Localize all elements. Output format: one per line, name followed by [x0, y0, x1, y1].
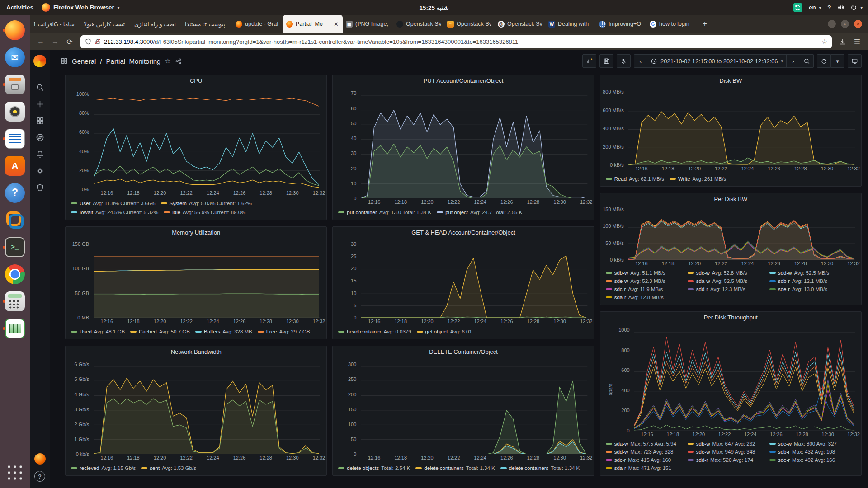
dock-item-help[interactable]: ? — [1, 180, 28, 206]
browser-tab[interactable]: Improving+O — [596, 15, 646, 33]
panel-title[interactable]: Network Bandwidth — [66, 346, 326, 357]
legend-item[interactable]: put containerAvg: 13.0 Total: 1.34 K — [338, 208, 431, 216]
kiosk-tv-button[interactable] — [848, 54, 862, 68]
maximize-window-icon[interactable]: ▫ — [841, 20, 849, 28]
legend-item[interactable]: sda-wAvg: 52.5 MB/s — [688, 277, 769, 285]
legend-item[interactable]: FreeAvg: 29.7 GB — [258, 328, 310, 336]
legend-item[interactable]: delete containersTotal: 1.34 K — [415, 464, 495, 472]
grafana-help-icon[interactable]: ? — [34, 471, 45, 482]
back-button[interactable]: ← — [34, 35, 47, 48]
panel-title[interactable]: Disk BW — [600, 75, 861, 86]
minimize-window-icon[interactable]: − — [828, 20, 836, 28]
legend-item[interactable]: UserAvg: 11.8% Current: 3.66% — [71, 199, 156, 207]
browser-tab[interactable]: تست کارایی هیولا — [80, 15, 131, 33]
insecure-lock-icon[interactable] — [94, 38, 101, 45]
legend-item[interactable]: sdc-wAvg: 52.8 MB/s — [688, 269, 769, 277]
browser-tab[interactable]: افرانت 1G - ساما — [30, 15, 80, 33]
search-icon[interactable] — [31, 79, 49, 96]
share-dashboard-icon[interactable] — [175, 58, 182, 65]
legend-item[interactable]: sde-wAvg: 52.3 MB/s — [606, 277, 688, 285]
time-range-picker[interactable]: 2021-10-02 12:15:00 to 2021-10-02 12:32:… — [647, 54, 787, 68]
legend-item[interactable]: sdd-wAvg: 52.5 MB/s — [769, 269, 851, 277]
browser-tab[interactable]: update - Graf — [232, 15, 283, 33]
legend-item[interactable]: sde-rAvg: 13.0 MB/s — [769, 285, 851, 293]
plot-area[interactable] — [628, 89, 855, 165]
panel-title[interactable]: CPU — [66, 75, 326, 86]
legend-item[interactable]: sde-rMax: 492 Avg: 166 — [769, 456, 851, 464]
time-back-button[interactable]: ‹ — [634, 54, 647, 68]
panel-title[interactable]: DELETE Container/Object — [333, 346, 594, 357]
legend-item[interactable]: sdd-rMax: 520 Avg: 174 — [688, 456, 769, 464]
plot-area[interactable] — [94, 89, 320, 189]
browser-tab[interactable]: ≡ Openstack Sv — [444, 15, 495, 33]
browser-tab[interactable]: ▦ (PNG Image, 564 — [343, 15, 393, 33]
panel-title[interactable]: PUT Account/Container/Object — [333, 75, 594, 86]
dashboards-icon[interactable] — [31, 113, 49, 129]
legend-item[interactable]: put objectAvg: 24.7 Total: 2.55 K — [437, 208, 522, 216]
legend-item[interactable]: sdb-wAvg: 51.1 MB/s — [606, 269, 688, 277]
new-tab-button[interactable]: + — [697, 15, 712, 33]
alerting-bell-icon[interactable] — [31, 146, 49, 163]
star-dashboard-icon[interactable]: ☆ — [165, 57, 170, 65]
create-plus-icon[interactable] — [31, 96, 49, 113]
explore-compass-icon[interactable] — [31, 129, 49, 146]
legend-item[interactable]: sentAvg: 1.53 Gb/s — [141, 464, 196, 472]
plot-area[interactable] — [361, 89, 587, 198]
app-menu[interactable]: Firefox Web Browser ▾ — [42, 3, 119, 12]
dock-item-files[interactable] — [1, 71, 28, 97]
dock-item-chrome[interactable] — [1, 261, 28, 287]
legend-item[interactable]: UsedAvg: 48.1 GB — [71, 328, 125, 336]
legend-item[interactable]: BuffersAvg: 328 MB — [195, 328, 252, 336]
plot-area[interactable] — [628, 208, 855, 260]
legend-item[interactable]: sdb-wMax: 647 Avg: 262 — [688, 440, 769, 448]
legend-item[interactable]: get objectAvg: 6.01 — [417, 328, 472, 336]
browser-tab[interactable]: @ Openstack Sv — [495, 15, 545, 33]
browser-tab[interactable]: W Dealing with — [545, 15, 596, 33]
close-window-icon[interactable]: × — [854, 20, 862, 28]
legend-item[interactable]: WriteAvg: 261 MB/s — [670, 175, 726, 183]
configuration-gear-icon[interactable] — [31, 163, 49, 179]
legend-item[interactable]: sdc-rMax: 415 Avg: 160 — [606, 456, 688, 464]
legend-item[interactable]: sdd-wMax: 723 Avg: 328 — [606, 448, 688, 456]
plot-area[interactable] — [361, 361, 587, 454]
zoom-out-button[interactable] — [800, 54, 814, 68]
downloads-icon[interactable] — [836, 35, 849, 48]
browser-tab[interactable]: Partial_Mo ✕ — [283, 15, 343, 33]
legend-item[interactable]: sda-rAvg: 12.8 MB/s — [606, 293, 688, 301]
plot-area[interactable] — [94, 361, 320, 454]
dock-item-calculator[interactable] — [1, 288, 28, 314]
dock-item-rhythmbox[interactable] — [1, 99, 28, 124]
legend-item[interactable]: sdb-rMax: 432 Avg: 108 — [769, 448, 851, 456]
legend-item[interactable]: IowaitAvg: 24.5% Current: 5.32% — [71, 208, 158, 216]
legend-item[interactable]: recievedAvg: 1.15 Gb/s — [71, 464, 136, 472]
dock-item-show-apps[interactable] — [1, 460, 28, 485]
legend-item[interactable]: idleAvg: 56.9% Current: 89.0% — [164, 208, 245, 216]
menu-icon[interactable]: ☰ — [851, 35, 863, 48]
reload-button[interactable]: ⟳ — [63, 35, 76, 48]
save-dashboard-button[interactable] — [599, 54, 613, 68]
panel-title[interactable]: Per Disk BW — [600, 193, 861, 205]
tracking-protection-shield-icon[interactable] — [85, 38, 91, 45]
user-avatar[interactable] — [34, 453, 46, 465]
activities-button[interactable]: Activities — [6, 4, 33, 11]
breadcrumb-dashboard[interactable]: Partial_Monitoring — [106, 57, 161, 65]
forward-button[interactable]: → — [49, 35, 61, 48]
browser-tab[interactable]: پیوست ۲: مستندا — [182, 15, 232, 33]
refresh-interval-dropdown[interactable]: ▾ — [831, 54, 844, 68]
legend-item[interactable]: sde-wMax: 949 Avg: 348 — [688, 448, 769, 456]
legend-item[interactable]: head containerAvg: 0.0379 — [338, 328, 411, 336]
grafana-logo-icon[interactable] — [33, 55, 46, 67]
breadcrumb-folder[interactable]: General — [72, 57, 96, 65]
legend-item[interactable]: CachedAvg: 50.7 GB — [130, 328, 190, 336]
legend-item[interactable]: sda-wMax: 57.5 Avg: 5.94 — [606, 440, 688, 448]
panel-title[interactable]: GET & HEAD Account/Container/Object — [333, 227, 594, 238]
legend-item[interactable]: ReadAvg: 62.1 MB/s — [606, 175, 664, 183]
clock[interactable]: 15:25 شنبه — [420, 4, 449, 11]
browser-tab[interactable]: Openstack SV — [393, 15, 444, 33]
dock-item-writer[interactable] — [1, 126, 28, 151]
keyboard-layout-indicator[interactable]: en ▾ — [809, 4, 821, 11]
legend-item[interactable]: SystemAvg: 5.03% Current: 1.62% — [161, 199, 252, 207]
volume-icon[interactable] — [837, 4, 844, 11]
dock-item-terminal[interactable]: >_ — [1, 234, 28, 260]
dock-item-firefox[interactable] — [1, 17, 28, 43]
